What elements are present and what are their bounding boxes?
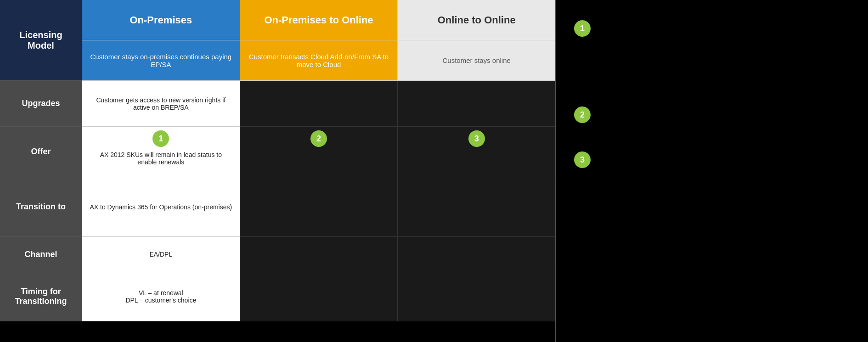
timing-col1: VL – at renewal DPL – customer's choice [82, 272, 240, 321]
timing-row: Timing for Transitioning VL – at renewal… [0, 272, 555, 321]
offer-label: Offer [0, 127, 82, 177]
header-row-sub: Customer stays on-premises continues pay… [0, 40, 555, 81]
badge-2-col2: 2 [310, 130, 327, 147]
timing-col2 [240, 272, 398, 321]
offer-row: Offer 1 AX 2012 SKUs will remain in lead… [0, 127, 555, 177]
badge-1-col1: 1 [152, 130, 169, 147]
channel-col1: EA/DPL [82, 237, 240, 272]
upgrades-row: Upgrades Customer gets access to new ver… [0, 81, 555, 127]
right-badge-2: 2 [574, 107, 591, 123]
offer-col2: 2 [240, 127, 398, 177]
channel-col2 [240, 237, 398, 272]
offer-col1: 1 AX 2012 SKUs will remain in lead statu… [82, 127, 240, 177]
channel-col3 [397, 237, 555, 272]
main-wrapper: Licensing Model On-Premises On-Premises … [0, 0, 868, 342]
col1-header-sub: Customer stays on-premises continues pay… [82, 40, 240, 81]
transition-row: Transition to AX to Dynamics 365 for Ope… [0, 177, 555, 237]
col2-header-top: On-Premises to Online [240, 0, 398, 40]
transition-col2 [240, 177, 398, 237]
transition-label: Transition to [0, 177, 82, 237]
timing-label: Timing for Transitioning [0, 272, 82, 321]
channel-label: Channel [0, 237, 82, 272]
col2-header-sub: Customer transacts Cloud Add-on/From SA … [240, 40, 398, 81]
upgrades-col1: Customer gets access to new version righ… [82, 81, 240, 127]
upgrades-label: Upgrades [0, 81, 82, 127]
header-row-top: Licensing Model On-Premises On-Premises … [0, 0, 555, 40]
right-area: 1 2 3 [556, 0, 868, 342]
licensing-model-label: Licensing Model [0, 0, 82, 81]
badge-3-col3: 3 [468, 130, 485, 147]
upgrades-col2 [240, 81, 398, 127]
transition-col1: AX to Dynamics 365 for Operations (on-pr… [82, 177, 240, 237]
upgrades-col3 [397, 81, 555, 127]
col3-header-sub: Customer stays online [397, 40, 555, 81]
right-badge-1: 1 [574, 20, 591, 37]
timing-col3 [397, 272, 555, 321]
main-table: Licensing Model On-Premises On-Premises … [0, 0, 556, 342]
transition-col3 [397, 177, 555, 237]
col1-header-top: On-Premises [82, 0, 240, 40]
right-badge-3: 3 [574, 151, 591, 168]
col3-header-top: Online to Online [397, 0, 555, 40]
offer-col3: 3 [397, 127, 555, 177]
channel-row: Channel EA/DPL [0, 237, 555, 272]
